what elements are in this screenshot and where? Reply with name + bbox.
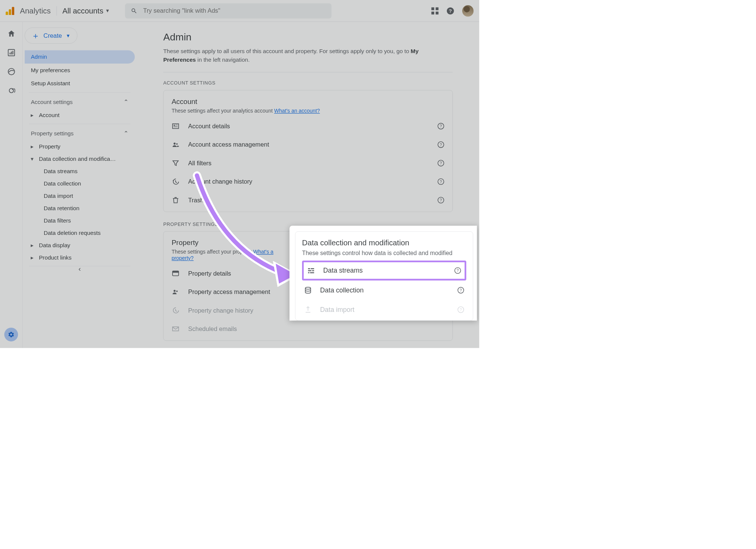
svg-point-29	[174, 290, 176, 292]
svg-rect-38	[308, 270, 311, 271]
svg-text:?: ?	[460, 308, 462, 312]
search-field[interactable]	[125, 3, 332, 19]
whats-an-account-link[interactable]: What's an account?	[274, 108, 320, 114]
svg-point-30	[176, 291, 178, 292]
account-picker[interactable]: All accounts ▼	[63, 6, 110, 15]
sidebar-group-property-settings[interactable]: Property settings ⌃	[25, 126, 135, 140]
whats-a-property-link[interactable]: property?	[171, 255, 193, 261]
sidebar-item-data-collection[interactable]: Data collection	[25, 177, 135, 190]
help-icon[interactable]: ?	[437, 160, 444, 167]
svg-text:?: ?	[449, 8, 452, 14]
sidebar-item-label: Data display	[39, 242, 70, 249]
advertising-icon[interactable]	[7, 86, 16, 95]
group-label: Property settings	[31, 130, 73, 137]
sidebar-item-my-preferences[interactable]: My preferences	[25, 64, 135, 77]
row-all-filters[interactable]: All filters ?	[171, 154, 444, 172]
help-icon[interactable]: ?	[437, 123, 444, 130]
chevron-down-icon: ▼	[66, 33, 71, 39]
arrow-down-icon: ▾	[31, 156, 34, 162]
help-icon[interactable]: ?	[437, 178, 444, 185]
row-scheduled-emails[interactable]: Scheduled emails	[171, 320, 444, 338]
help-icon[interactable]: ?	[457, 306, 464, 313]
svg-rect-4	[11, 52, 12, 55]
sidebar-item-property[interactable]: ▸ Property	[25, 140, 135, 153]
sidebar-item-data-import[interactable]: Data import	[25, 190, 135, 202]
upload-icon	[304, 305, 312, 314]
svg-rect-10	[174, 125, 175, 126]
svg-rect-40	[308, 272, 310, 273]
arrow-right-icon: ▸	[31, 143, 34, 150]
whats-a-property-link[interactable]: What's a	[253, 249, 274, 255]
app-header: Analytics All accounts ▼ ?	[0, 0, 479, 22]
svg-point-44	[305, 287, 311, 289]
svg-text:?: ?	[460, 288, 462, 292]
create-button[interactable]: ＋ Create ▼	[25, 28, 77, 44]
svg-rect-5	[12, 51, 13, 55]
analytics-logo-icon	[6, 7, 14, 15]
property-details-icon	[171, 269, 180, 277]
sidebar-item-data-collection-modification[interactable]: ▾ Data collection and modifica…	[25, 153, 135, 165]
page-title: Admin	[163, 31, 463, 43]
reports-icon[interactable]	[7, 48, 16, 57]
row-data-streams[interactable]: Data streams ?	[302, 261, 466, 280]
row-account-access-management[interactable]: Account access management ?	[171, 135, 444, 154]
sidebar-item-data-deletion-requests[interactable]: Data deletion requests	[25, 227, 135, 239]
home-icon[interactable]	[7, 30, 16, 38]
apps-grid-icon[interactable]	[432, 7, 439, 14]
search-icon	[131, 7, 137, 14]
row-label: Account change history	[188, 178, 429, 185]
row-label: All filters	[188, 159, 429, 167]
arrow-right-icon: ▸	[31, 242, 34, 249]
history-icon	[171, 306, 180, 315]
help-icon[interactable]: ?	[454, 267, 461, 274]
avatar[interactable]	[462, 5, 473, 16]
row-account-details[interactable]: Account details ?	[171, 117, 444, 135]
collapse-sidebar-button[interactable]: ‹	[79, 265, 81, 273]
chevron-up-icon: ⌃	[124, 98, 129, 106]
sidebar-item-product-links[interactable]: ▸ Product links	[25, 251, 135, 264]
row-label: Data collection	[320, 286, 449, 294]
card-subtitle: These settings affect your analytics acc…	[171, 108, 444, 114]
row-account-change-history[interactable]: Account change history ?	[171, 172, 444, 191]
callout-title: Data collection and modification	[302, 238, 466, 247]
divider	[57, 6, 57, 15]
callout-panel: Data collection and modification These s…	[289, 226, 477, 321]
history-icon	[171, 178, 180, 186]
data-streams-icon	[307, 266, 315, 275]
svg-point-16	[176, 143, 178, 145]
row-label: Data import	[320, 306, 449, 313]
arrow-right-icon: ▸	[31, 112, 34, 119]
section-label-account: ACCOUNT SETTINGS	[163, 80, 463, 86]
sidebar-item-data-display[interactable]: ▸ Data display	[25, 239, 135, 251]
sidebar-item-label: Account	[39, 112, 60, 119]
sidebar-item-account[interactable]: ▸ Account	[25, 109, 135, 122]
row-label: Scheduled emails	[188, 325, 445, 333]
sidebar-group-account-settings[interactable]: Account settings ⌃	[25, 95, 135, 109]
admin-sidebar: ＋ Create ▼ Admin My preferences Setup As…	[23, 22, 137, 274]
row-trash[interactable]: Trash ?	[171, 191, 444, 209]
sidebar-item-data-filters[interactable]: Data filters	[25, 214, 135, 227]
gear-icon	[7, 331, 15, 338]
people-icon	[171, 288, 180, 296]
card-title: Account	[171, 98, 444, 106]
settings-gear-fab[interactable]	[4, 328, 18, 341]
help-icon[interactable]: ?	[457, 287, 464, 294]
help-icon[interactable]: ?	[437, 141, 444, 148]
sidebar-item-setup-assistant[interactable]: Setup Assistant	[25, 77, 135, 90]
account-details-icon	[171, 122, 180, 131]
svg-rect-12	[174, 126, 178, 127]
sidebar-item-admin[interactable]: Admin	[25, 50, 135, 64]
chevron-up-icon: ⌃	[124, 130, 129, 137]
explore-icon[interactable]	[7, 67, 16, 76]
help-icon[interactable]: ?	[446, 6, 455, 15]
sidebar-item-data-retention[interactable]: Data retention	[25, 202, 135, 214]
row-data-collection[interactable]: Data collection ?	[302, 280, 466, 300]
svg-text:?: ?	[440, 124, 442, 128]
help-icon[interactable]: ?	[437, 197, 444, 204]
svg-text:?: ?	[440, 180, 442, 184]
row-data-import[interactable]: Data import ?	[302, 300, 466, 319]
mail-icon	[171, 325, 180, 333]
sidebar-item-data-streams[interactable]: Data streams	[25, 165, 135, 177]
svg-rect-11	[176, 125, 177, 125]
search-input[interactable]	[143, 7, 326, 15]
